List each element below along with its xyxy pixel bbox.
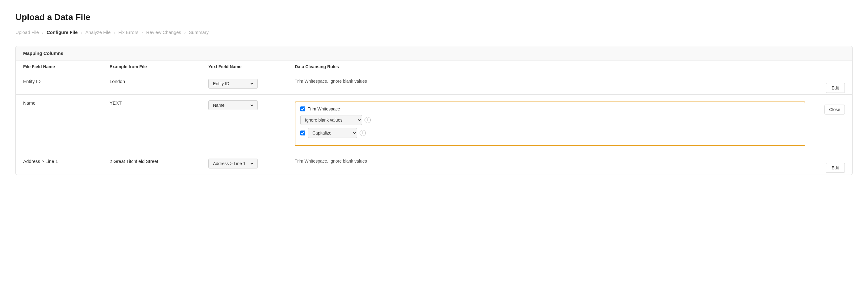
col-header-file-field: File Field Name	[23, 64, 110, 69]
sep-1: ›	[42, 30, 43, 35]
cell-yext-field[interactable]: Entity ID Name Address > Line 1	[208, 73, 295, 94]
row-actions-address: Edit	[808, 153, 845, 173]
mapping-columns-table: Mapping Columns File Field Name Example …	[16, 46, 852, 175]
yext-field-dropdown-address[interactable]: Address > Line 1 Entity ID Name	[212, 161, 254, 166]
capitalize-dropdown[interactable]: Capitalize Uppercase Lowercase	[308, 128, 357, 138]
edit-button-address[interactable]: Edit	[826, 163, 845, 173]
data-cleansing-expanded-box: Trim Whitespace Ignore blank values Repl…	[295, 102, 805, 146]
yext-field-dropdown-name[interactable]: Name Entity ID Address > Line 1	[212, 102, 254, 108]
row-actions-name: Close	[808, 95, 845, 114]
trim-whitespace-label: Trim Whitespace	[308, 106, 340, 111]
table-row: Entity ID London Entity ID Name Address …	[16, 73, 852, 95]
col-header-actions	[808, 64, 845, 69]
ignore-blank-dropdown-row: Ignore blank values Replace blank values…	[300, 115, 800, 125]
column-headers: File Field Name Example from File Yext F…	[16, 61, 852, 73]
table-row: Name YEXT Name Entity ID Address > Line …	[16, 95, 852, 153]
cell-example-address: 2 Great Titchfield Street	[110, 153, 208, 169]
sep-5: ›	[184, 30, 186, 35]
breadcrumb-review-changes[interactable]: Review Changes	[146, 30, 181, 35]
cell-cleansing-rules-address: Trim Whitespace, Ignore blank values	[295, 153, 808, 169]
col-header-example: Example from File	[110, 64, 208, 69]
cell-file-field-name: Entity ID	[23, 73, 110, 90]
info-icon-blank-values[interactable]: i	[365, 117, 371, 123]
yext-field-dropdown-entity-id[interactable]: Entity ID Name Address > Line 1	[212, 81, 254, 87]
cell-cleansing-rules: Trim Whitespace, Ignore blank values	[295, 73, 808, 89]
cell-file-field-name-name: Name	[23, 95, 110, 111]
yext-field-select-address[interactable]: Address > Line 1 Entity ID Name	[208, 159, 258, 168]
yext-field-select-name[interactable]: Name Entity ID Address > Line 1	[208, 100, 258, 110]
cell-example: London	[110, 73, 208, 90]
col-header-cleansing: Data Cleansing Rules	[295, 64, 808, 69]
col-header-yext-field: Yext Field Name	[208, 64, 295, 69]
sep-4: ›	[142, 30, 143, 35]
info-icon-capitalize[interactable]: i	[360, 130, 366, 136]
cell-yext-field-name[interactable]: Name Entity ID Address > Line 1	[208, 95, 295, 116]
breadcrumb-upload-file[interactable]: Upload File	[16, 30, 39, 35]
cell-cleansing-expanded: Trim Whitespace Ignore blank values Repl…	[295, 95, 808, 153]
cell-file-field-name-address: Address > Line 1	[23, 153, 110, 169]
breadcrumb: Upload File › Configure File › Analyze F…	[16, 30, 852, 35]
cell-example-name: YEXT	[110, 95, 208, 111]
trim-whitespace-row: Trim Whitespace	[300, 106, 800, 111]
capitalize-checkbox[interactable]	[300, 131, 305, 135]
trim-whitespace-checkbox[interactable]	[300, 106, 305, 111]
breadcrumb-configure-file[interactable]: Configure File	[46, 30, 78, 35]
sep-3: ›	[114, 30, 115, 35]
page-title: Upload a Data File	[16, 12, 852, 22]
capitalize-dropdown-row: Capitalize Uppercase Lowercase i	[300, 128, 800, 138]
breadcrumb-fix-errors[interactable]: Fix Errors	[118, 30, 138, 35]
table-row: Address > Line 1 2 Great Titchfield Stre…	[16, 153, 852, 175]
table-section-header: Mapping Columns	[16, 46, 852, 61]
cell-yext-field-address[interactable]: Address > Line 1 Entity ID Name	[208, 153, 295, 174]
row-actions: Edit	[808, 73, 845, 93]
yext-field-select-entity-id[interactable]: Entity ID Name Address > Line 1	[208, 79, 258, 89]
blank-values-dropdown[interactable]: Ignore blank values Replace blank values	[300, 115, 362, 125]
sep-2: ›	[81, 30, 83, 35]
close-button-name[interactable]: Close	[825, 105, 845, 114]
edit-button-entity-id[interactable]: Edit	[826, 83, 845, 93]
breadcrumb-summary[interactable]: Summary	[189, 30, 209, 35]
breadcrumb-analyze-file[interactable]: Analyze File	[86, 30, 111, 35]
